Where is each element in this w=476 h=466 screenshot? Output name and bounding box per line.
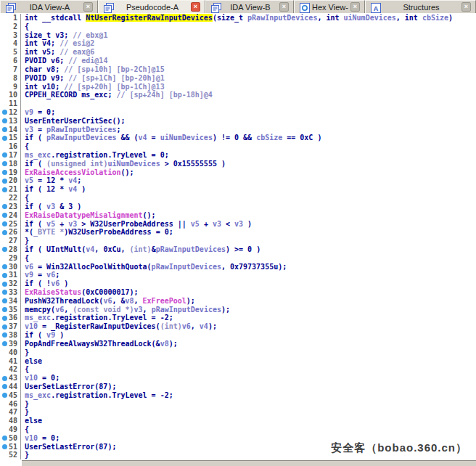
- code-text[interactable]: }: [25, 400, 29, 409]
- code-text[interactable]: PVOID v6; // edi@14: [25, 57, 107, 65]
- close-icon[interactable]: ×: [350, 2, 360, 12]
- code-text[interactable]: if ( !v6 ): [25, 279, 68, 288]
- address-dot-icon: [2, 161, 7, 166]
- line-gutter: 31: [0, 271, 21, 279]
- code-text[interactable]: v9 = v6;: [25, 271, 60, 279]
- close-icon[interactable]: ×: [279, 2, 289, 12]
- code-text[interactable]: int v10; // [sp+20h] [bp-1Ch]@13: [25, 83, 165, 91]
- code-text[interactable]: PVOID v9; // [sp+1Ch] [bp-20h]@1: [25, 74, 165, 83]
- line-gutter: 51: [0, 443, 21, 451]
- code-text[interactable]: ms_exc.registration.TryLevel = -2;: [25, 391, 173, 400]
- close-icon[interactable]: ×: [191, 2, 200, 12]
- line-number: 36: [9, 314, 17, 322]
- code-text[interactable]: v9 = 0;: [25, 108, 55, 117]
- line-number: 30: [9, 263, 17, 271]
- tab-pseudocode-a[interactable]: Pseudocode-A×: [98, 0, 205, 13]
- code-text[interactable]: if ( v5 + v3 > W32UserProbeAddress || v5…: [25, 220, 252, 229]
- code-text[interactable]: v10 = _RegisterRawInputDevices((int)v6, …: [25, 322, 217, 331]
- code-text[interactable]: }: [25, 451, 29, 459]
- tab-hex-view-1[interactable]: Hex View-1×: [294, 0, 365, 13]
- address-dot-icon: [2, 273, 7, 278]
- horizontal-scrollbar[interactable]: [22, 460, 476, 466]
- code-line: 39 PopAndFreeAlwaysW32ThreadLock(&v8);: [0, 340, 476, 348]
- svg-text:A: A: [374, 4, 379, 12]
- code-text[interactable]: {: [25, 142, 29, 151]
- code-text[interactable]: int v4; // esi@2: [25, 39, 94, 48]
- code-text[interactable]: size_t v3; // ebx@1: [25, 31, 107, 40]
- code-text[interactable]: PushW32ThreadLock(v6, &v8, ExFreePool);: [25, 297, 195, 306]
- line-gutter: 25: [0, 220, 21, 229]
- code-line: 41 else: [0, 357, 476, 366]
- code-line: 23 if ( v3 & 3 ): [0, 203, 476, 211]
- code-text[interactable]: if ( UIntMult(v4, 0xCu, (int)&pRawInputD…: [25, 245, 260, 254]
- line-number: 4: [13, 39, 17, 48]
- code-text[interactable]: UserEnterUserCritSec();: [25, 117, 125, 126]
- line-number: 38: [9, 331, 17, 340]
- code-text[interactable]: {: [25, 425, 29, 434]
- code-line: 40 }: [0, 348, 476, 357]
- line-gutter: 22: [0, 194, 21, 203]
- code-text[interactable]: {: [25, 23, 29, 31]
- code-text[interactable]: UserSetLastError(87);: [25, 443, 116, 451]
- code-text[interactable]: memcpy(v6, (const void *)v3, pRawInputDe…: [25, 306, 230, 314]
- code-text[interactable]: else: [25, 417, 42, 425]
- line-gutter: 40: [0, 348, 21, 357]
- line-number: 52: [9, 451, 17, 459]
- line-gutter: 9: [0, 83, 21, 91]
- code-text[interactable]: ExRaiseStatus(0xC0000017);: [25, 288, 139, 297]
- code-text[interactable]: {: [25, 365, 29, 374]
- code-text[interactable]: if ( v3 & 3 ): [25, 203, 81, 211]
- line-number: 12: [9, 108, 17, 117]
- code-text[interactable]: char v8; // [sp+10h] [bp-2Ch]@15: [25, 65, 165, 74]
- code-text[interactable]: }: [25, 237, 29, 245]
- close-icon[interactable]: ×: [461, 2, 471, 12]
- line-number: 13: [9, 117, 17, 126]
- code-line: 37 v10 = _RegisterRawInputDevices((int)v…: [0, 322, 476, 331]
- code-line: 26 *(_BYTE *)W32UserProbeAddress = 0;: [0, 228, 476, 237]
- line-number: 25: [9, 220, 17, 229]
- line-number: 21: [9, 185, 17, 194]
- address-dot-icon: [2, 136, 7, 141]
- code-text[interactable]: v10 = 0;: [25, 434, 60, 443]
- tab-ida-view-a[interactable]: IDA View-A×: [0, 0, 98, 13]
- address-dot-icon: [2, 324, 7, 330]
- tab-ida-view-b[interactable]: IDA View-B×: [205, 0, 294, 13]
- code-text[interactable]: PopAndFreeAlwaysW32ThreadLock(&v8);: [25, 340, 178, 348]
- code-text[interactable]: int v5; // eax@6: [25, 48, 94, 57]
- code-text[interactable]: v3 = pRawInputDevices;: [25, 126, 120, 134]
- code-text[interactable]: ExRaiseDatatypeMisalignment();: [25, 211, 156, 220]
- code-text[interactable]: int __stdcall NtUserRegisterRawInputDevi…: [25, 14, 453, 23]
- code-text[interactable]: UserSetLastError(87);: [25, 383, 116, 391]
- code-text[interactable]: }: [25, 348, 29, 357]
- code-text[interactable]: CPPEH_RECORD ms_exc; // [sp+24h] [bp-18h…: [25, 91, 213, 99]
- code-text[interactable]: v5 = 12 * v4;: [25, 176, 81, 185]
- code-text[interactable]: *(_BYTE *)W32UserProbeAddress = 0;: [25, 228, 173, 237]
- code-text[interactable]: if ( 12 * v4 ): [25, 185, 86, 194]
- code-line: 14 v3 = pRawInputDevices;: [0, 126, 476, 134]
- line-gutter: 1: [0, 14, 21, 23]
- code-text[interactable]: v10 = 0;: [25, 374, 60, 383]
- code-text[interactable]: if ( pRawInputDevices && (v4 = uiNumDevi…: [25, 134, 321, 142]
- line-number: 2: [13, 23, 17, 31]
- tab-structures[interactable]: AStructures×: [365, 0, 476, 13]
- code-text[interactable]: v6 = Win32AllocPoolWithQuota(pRawInputDe…: [25, 263, 287, 271]
- code-text[interactable]: else: [25, 357, 42, 366]
- watermark: 安全客（bobao.360.cn）: [331, 441, 467, 455]
- code-text[interactable]: if ( (unsigned int)uiNumDevices > 0x1555…: [25, 160, 226, 168]
- line-number: 40: [9, 348, 17, 357]
- code-line: 42 {: [0, 365, 476, 374]
- line-gutter: 18: [0, 160, 21, 168]
- code-text[interactable]: {: [25, 194, 29, 203]
- code-line: 28 if ( UIntMult(v4, 0xCu, (int)&pRawInp…: [0, 245, 476, 254]
- close-icon[interactable]: ×: [83, 2, 93, 12]
- line-number: 10: [9, 91, 17, 99]
- line-gutter: 15: [0, 134, 21, 142]
- line-gutter: 2: [0, 23, 21, 31]
- code-text[interactable]: if ( v9 ): [25, 331, 64, 340]
- code-text[interactable]: ms_exc.registration.TryLevel = -2;: [25, 314, 173, 322]
- code-text[interactable]: ExRaiseAccessViolation();: [25, 168, 134, 177]
- code-text[interactable]: }: [25, 408, 29, 417]
- code-line: 20 v5 = 12 * v4;: [0, 176, 476, 185]
- code-text[interactable]: {: [25, 254, 29, 263]
- code-text[interactable]: ms_exc.registration.TryLevel = 0;: [25, 151, 169, 160]
